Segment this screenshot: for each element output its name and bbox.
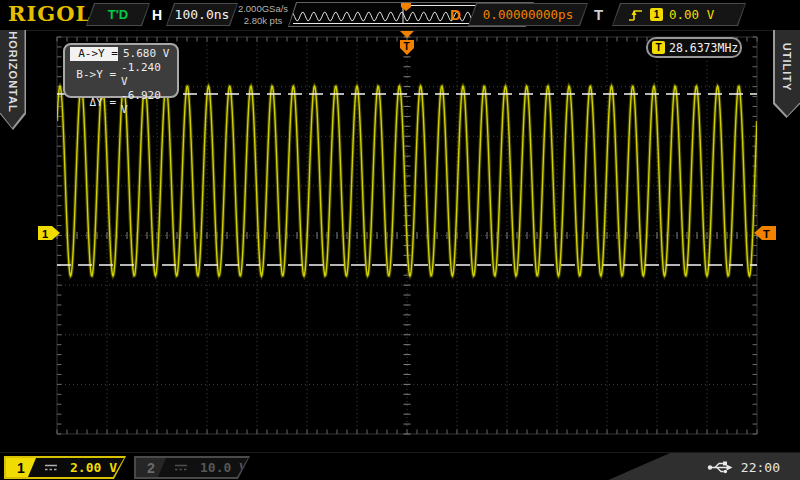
channel1-marker-label: 1: [42, 228, 48, 240]
system-status-area: 22:00: [606, 453, 800, 480]
cursor-measurement-panel[interactable]: A->Y = 5.680 V B->Y = -1.240 V ΔY = -6.9…: [63, 43, 179, 98]
top-status-bar: RIGOL T'D H 100.0ns 2.000GSa/s 2.80k pts: [0, 0, 800, 31]
frequency-counter-source-chip: T: [652, 41, 665, 54]
trigger-position-marker[interactable]: T: [400, 31, 414, 55]
memory-depth: 2.80k pts: [236, 15, 290, 27]
cursor-delta-label: ΔY =: [70, 96, 116, 110]
channel1-scale-value: 2.00 V: [70, 460, 117, 475]
frequency-counter: T 28.6373MHz: [646, 37, 742, 58]
tab-horizontal-menu[interactable]: HORIZONTAL: [0, 30, 26, 130]
sample-rate: 2.000GSa/s: [236, 3, 290, 15]
channel1-dc-coupling-icon: [44, 462, 60, 473]
cursor-a-value: 5.680 V: [123, 47, 169, 61]
tab-utility-menu[interactable]: UTILITY: [773, 30, 800, 118]
trigger-settings-box[interactable]: 1 0.00 V: [612, 3, 746, 26]
usb-icon: [707, 461, 734, 474]
tab-utility-label: UTILITY: [781, 43, 793, 92]
cursor-b-value: -1.240 V: [121, 61, 172, 89]
cursor-b-label: B->Y =: [70, 68, 116, 82]
trigger-source-chip: 1: [650, 8, 663, 21]
clock-time: 22:00: [741, 460, 780, 475]
acquisition-info: 2.000GSa/s 2.80k pts: [236, 3, 290, 27]
bottom-status-bar: 1 2.00 V 2 10.0 V: [0, 452, 800, 480]
frequency-counter-value: 28.6373MHz: [669, 41, 738, 55]
trigger-section-label: T: [594, 6, 603, 23]
rising-edge-icon: [627, 7, 644, 23]
channel2-dc-coupling-icon: [174, 462, 190, 473]
delay-value: 0.00000000ps: [469, 4, 587, 25]
trigger-level-value: 0.00 V: [669, 7, 714, 22]
timebase-value: 100.0ns: [167, 4, 237, 25]
channel2-scale-value: 10.0 V: [200, 460, 247, 475]
cursor-row-delta: ΔY = -6.920 V: [70, 89, 172, 117]
trigger-status-box[interactable]: T'D: [86, 3, 150, 26]
trigger-level-marker-label: T: [763, 228, 770, 240]
delay-section-label: D: [450, 6, 461, 23]
cursor-delta-value: -6.920 V: [121, 89, 172, 117]
trigger-position-marker-label: T: [404, 41, 410, 52]
cursor-row-a: A->Y = 5.680 V: [70, 47, 172, 61]
cursor-a-label: A->Y =: [70, 47, 118, 61]
tab-horizontal-label: HORIZONTAL: [7, 31, 19, 112]
rigol-logo: RIGOL: [8, 1, 91, 26]
channel2-id-chip: 2: [136, 458, 166, 477]
channel2-block[interactable]: 2 10.0 V: [134, 456, 250, 479]
timebase-box[interactable]: 100.0ns: [166, 3, 238, 26]
delay-box[interactable]: 0.00000000ps: [468, 3, 588, 26]
oscilloscope-screen: 1 T T RIGOL T'D H 100.0ns 2.000GSa/s 2.8…: [0, 0, 800, 480]
trigger-status-label: T'D: [87, 4, 149, 25]
channel1-id-chip: 1: [6, 458, 36, 477]
channel1-block[interactable]: 1 2.00 V: [4, 456, 126, 479]
horizontal-section-label: H: [152, 7, 162, 23]
cursor-row-b: B->Y = -1.240 V: [70, 61, 172, 89]
